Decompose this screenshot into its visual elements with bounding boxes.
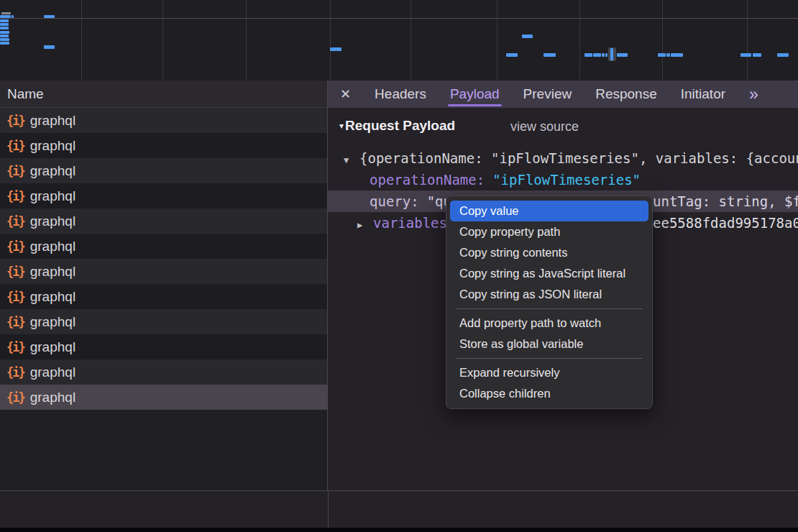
request-row[interactable]: {i}graphql — [0, 108, 327, 133]
tab-initiator[interactable]: Initiator — [681, 81, 725, 108]
menu-item-store-as-global-variable[interactable]: Store as global variable — [450, 334, 648, 354]
overview-gridline — [662, 0, 663, 81]
overview-request-bar — [0, 38, 9, 41]
network-overview-timeline[interactable] — [0, 0, 798, 81]
overview-gridline — [747, 0, 748, 81]
overview-request-bar — [44, 45, 55, 49]
menu-item-copy-value[interactable]: Copy value — [450, 201, 648, 221]
overview-request-bar — [671, 53, 683, 57]
request-payload-section-header[interactable]: ▾ Request Payload — [339, 118, 455, 134]
menu-item-copy-string-contents[interactable]: Copy string contents — [450, 242, 648, 263]
overview-request-bar — [506, 53, 518, 57]
menu-item-add-property-path-to-watch[interactable]: Add property path to watch — [450, 313, 648, 334]
json-braces-icon: {i} — [6, 164, 24, 178]
request-row[interactable]: {i}graphql — [0, 385, 327, 410]
json-braces-icon: {i} — [6, 114, 24, 128]
overview-hover-marker-tick — [610, 48, 613, 60]
overview-request-bar — [0, 15, 11, 18]
tab-response[interactable]: Response — [595, 81, 657, 108]
request-name-label: graphql — [30, 390, 75, 405]
request-name-label: graphql — [30, 264, 75, 280]
overview-request-bar — [593, 53, 601, 57]
operation-name-value: "ipFlowTimeseries" — [492, 172, 641, 188]
overview-request-bar — [0, 31, 9, 34]
operation-name-key: operationName: — [370, 172, 485, 188]
request-name-label: graphql — [30, 314, 75, 330]
menu-item-copy-property-path[interactable]: Copy property path — [450, 221, 648, 242]
operation-name-row[interactable]: operationName:"ipFlowTimeseries" — [328, 169, 798, 191]
status-footer — [0, 490, 798, 528]
overview-request-bar — [602, 53, 605, 57]
json-braces-icon: {i} — [6, 390, 24, 405]
request-row[interactable]: {i}graphql — [0, 133, 327, 158]
request-row[interactable]: {i}graphql — [0, 158, 327, 183]
query-value-continuation: untTag: string, $f — [653, 191, 798, 212]
menu-item-collapse-children[interactable]: Collapse children — [450, 383, 648, 404]
json-braces-icon: {i} — [6, 139, 24, 153]
detail-tabs-container: HeadersPayloadPreviewResponseInitiator — [375, 81, 725, 108]
panel-divider[interactable] — [328, 490, 329, 528]
request-name-label: graphql — [30, 339, 75, 355]
overview-request-bar — [666, 53, 670, 57]
window-bottom-edge — [0, 528, 798, 532]
section-collapse-triangle-icon: ▾ — [339, 121, 344, 131]
tab-headers[interactable]: Headers — [375, 81, 426, 108]
request-rows: {i}graphql{i}graphql{i}graphql{i}graphql… — [0, 108, 327, 490]
overview-request-bar — [0, 27, 9, 29]
request-row[interactable]: {i}graphql — [0, 309, 327, 334]
overview-request-bar — [544, 53, 556, 57]
request-row[interactable]: {i}graphql — [0, 334, 327, 359]
menu-item-expand-recursively[interactable]: Expand recursively — [450, 362, 648, 383]
close-icon[interactable]: ✕ — [340, 86, 351, 102]
overview-request-bar — [617, 53, 628, 57]
request-row[interactable]: {i}graphql — [0, 208, 327, 234]
overview-request-bar — [0, 42, 9, 45]
overview-gridline — [81, 0, 82, 81]
request-row[interactable]: {i}graphql — [0, 183, 327, 208]
tab-preview[interactable]: Preview — [523, 81, 572, 108]
network-main-area: Name {i}graphql{i}graphql{i}graphql{i}gr… — [0, 81, 798, 490]
request-name-label: graphql — [30, 113, 75, 129]
overview-row-divider — [0, 18, 798, 19]
triangle-collapsed-icon[interactable]: ▶ — [357, 214, 367, 234]
request-row[interactable]: {i}graphql — [0, 359, 327, 385]
overview-request-bar — [605, 53, 607, 57]
overview-request-bar — [522, 35, 533, 38]
menu-separator — [456, 358, 643, 359]
name-column-label: Name — [7, 86, 44, 102]
request-name-label: graphql — [30, 289, 75, 305]
payload-root-preview-row[interactable]: ▼{operationName: "ipFlowTimeseries", var… — [328, 147, 798, 169]
overview-request-bar — [44, 15, 55, 18]
json-braces-icon: {i} — [6, 315, 24, 329]
variables-key: variables — [373, 215, 447, 231]
overview-gridline — [330, 0, 331, 81]
request-name-label: graphql — [30, 138, 75, 154]
request-row[interactable]: {i}graphql — [0, 259, 327, 284]
view-source-link[interactable]: view source — [510, 119, 579, 134]
request-name-label: graphql — [30, 214, 75, 229]
tab-payload[interactable]: Payload — [450, 81, 500, 108]
payload-root-preview: {operationName: "ipFlowTimeseries", vari… — [359, 150, 798, 166]
json-braces-icon: {i} — [6, 340, 24, 354]
request-payload-title: Request Payload — [345, 118, 455, 134]
request-row[interactable]: {i}graphql — [0, 234, 327, 259]
overview-request-bar — [12, 15, 14, 18]
json-braces-icon: {i} — [6, 290, 24, 304]
json-braces-icon: {i} — [6, 214, 24, 229]
request-row[interactable]: {i}graphql — [0, 284, 327, 309]
triangle-expanded-icon[interactable]: ▼ — [344, 150, 359, 169]
overview-request-bar — [753, 53, 761, 57]
context-menu: Copy valueCopy property pathCopy string … — [446, 196, 653, 409]
json-braces-icon: {i} — [6, 239, 24, 254]
json-braces-icon: {i} — [6, 365, 24, 380]
overview-request-bar — [0, 19, 9, 22]
request-name-label: graphql — [30, 364, 75, 380]
name-column-header[interactable]: Name — [0, 81, 327, 108]
menu-item-copy-string-as-javascript-literal[interactable]: Copy string as JavaScript literal — [450, 263, 648, 284]
more-tabs-icon[interactable]: » — [749, 85, 757, 104]
overview-request-bar — [777, 53, 789, 57]
json-braces-icon: {i} — [6, 265, 24, 279]
menu-item-copy-string-as-json-literal[interactable]: Copy string as JSON literal — [450, 284, 648, 305]
query-key: query: — [370, 193, 419, 209]
overview-request-bar — [658, 53, 666, 57]
